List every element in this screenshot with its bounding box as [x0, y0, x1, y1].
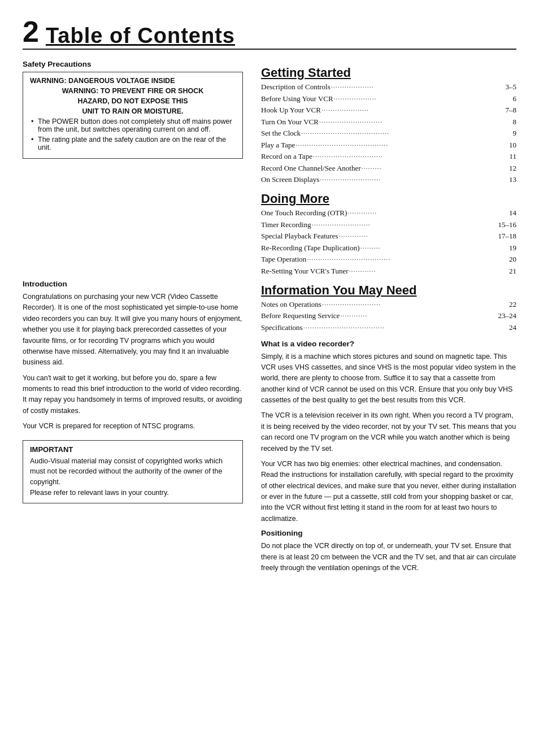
what-para-3: Your VCR has two big enemies: other elec…	[261, 459, 516, 524]
warning-line1: WARNING: DANGEROUS VOLTAGE INSIDE	[30, 77, 236, 85]
intro-para-2: You can't wait to get it working, but be…	[23, 373, 243, 417]
safety-heading: Safety Precautions	[23, 60, 243, 68]
intro-heading: Introduction	[23, 280, 243, 288]
getting-started-heading: Getting Started	[261, 66, 516, 80]
important-text: Audio-Visual material may consist of cop…	[30, 456, 236, 498]
doing-more-heading: Doing More	[261, 192, 516, 206]
what-heading: What is a video recorder?	[261, 340, 516, 348]
toc-row-4: Turn On Your VCR ·······················…	[261, 118, 516, 128]
toc-dm-4: Re-Recording (Tape Duplication) ········…	[261, 244, 516, 254]
warning-box: WARNING: DANGEROUS VOLTAGE INSIDE WARNIN…	[23, 72, 243, 159]
page-number: 2	[23, 17, 39, 46]
warning-bullet-1: The POWER button does not completely shu…	[30, 118, 236, 133]
page-header: 2 Table of Contents	[23, 17, 516, 50]
important-title: IMPORTANT	[30, 445, 236, 454]
what-para-1: Simply, it is a machine which stores pic…	[261, 351, 516, 406]
what-para-2: The VCR is a television receiver in its …	[261, 410, 516, 454]
right-column: Getting Started Description of Controls …	[261, 60, 516, 578]
left-column: Safety Precautions WARNING: DANGEROUS VO…	[23, 60, 243, 578]
doing-more-toc: One Touch Recording (OTR) ············· …	[261, 208, 516, 277]
toc-info-3: Specifications ·························…	[261, 323, 516, 334]
toc-row-9: On Screen Displays ·····················…	[261, 175, 516, 186]
intro-para-3: Your VCR is prepared for reception of NT…	[23, 421, 243, 432]
toc-info-1: Notes on Operations ····················…	[261, 300, 516, 311]
spacer	[23, 167, 243, 280]
toc-row-1: Description of Controls ················…	[261, 82, 516, 93]
page-title: Table of Contents	[46, 25, 235, 46]
positioning-text: Do not place the VCR directly on top of,…	[261, 541, 516, 573]
positioning-heading: Positioning	[261, 529, 516, 537]
toc-row-2: Before Using Your VCR ··················…	[261, 94, 516, 105]
toc-row-8: Record One Channel/See Another ·········…	[261, 164, 516, 175]
important-box: IMPORTANT Audio-Visual material may cons…	[23, 440, 243, 503]
main-content: Safety Precautions WARNING: DANGEROUS VO…	[23, 60, 516, 578]
warning-line4: UNIT TO RAIN OR MOISTURE.	[30, 107, 236, 115]
intro-para-1: Congratulations on purchasing your new V…	[23, 292, 243, 368]
getting-started-toc: Description of Controls ················…	[261, 82, 516, 186]
toc-dm-6: Re-Setting Your VCR's Tuner ············…	[261, 267, 516, 277]
info-toc: Notes on Operations ····················…	[261, 300, 516, 334]
toc-info-2: Before Requesting Service ············ 2…	[261, 311, 516, 322]
toc-dm-1: One Touch Recording (OTR) ············· …	[261, 208, 516, 219]
warning-bullets: The POWER button does not completely shu…	[30, 118, 236, 151]
warning-line3: HAZARD, DO NOT EXPOSE THIS	[30, 97, 236, 105]
warning-line2: WARNING: TO PREVENT FIRE OR SHOCK	[30, 87, 236, 95]
toc-row-6: Play a Tape ····························…	[261, 141, 516, 151]
warning-bullet-2: The rating plate and the safety caution …	[30, 136, 236, 151]
toc-dm-2: Timer Recording ························…	[261, 220, 516, 231]
toc-dm-3: Special Playback Features ············· …	[261, 232, 516, 242]
info-heading: Information You May Need	[261, 283, 516, 298]
toc-row-3: Hook Up Your VCR ····················· 7…	[261, 106, 516, 116]
toc-row-7: Record on a Tape ·······················…	[261, 152, 516, 163]
toc-dm-5: Tape Operation ·························…	[261, 255, 516, 266]
toc-row-5: Set the Clock ··························…	[261, 129, 516, 140]
